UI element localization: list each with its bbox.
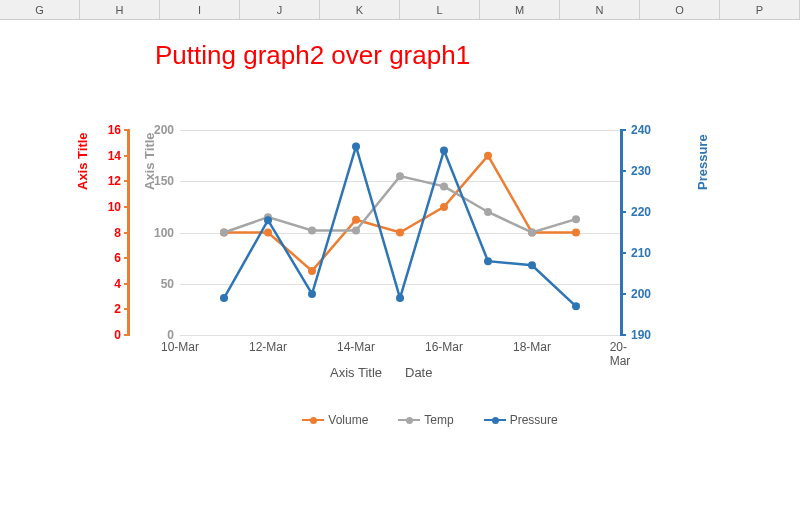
- series-marker-pressure[interactable]: [308, 290, 316, 298]
- series-marker-pressure[interactable]: [352, 142, 360, 150]
- legend-temp[interactable]: Temp: [398, 410, 453, 430]
- legend-volume[interactable]: Volume: [302, 410, 368, 430]
- y-blue-tick: 200: [631, 287, 651, 301]
- series-marker-temp[interactable]: [528, 229, 536, 237]
- y-red-tick: 6: [114, 251, 121, 265]
- column-header-row: GHIJKLMNOP: [0, 0, 800, 20]
- column-header-O[interactable]: O: [640, 0, 720, 19]
- series-marker-temp[interactable]: [352, 226, 360, 234]
- chart-object[interactable]: Axis Title Axis Title Pressure 024681012…: [50, 120, 750, 470]
- y-blue-tick: 230: [631, 164, 651, 178]
- y-red-tick: 14: [108, 149, 121, 163]
- y-red-tick: 8: [114, 226, 121, 240]
- column-header-M[interactable]: M: [480, 0, 560, 19]
- series-marker-pressure[interactable]: [220, 294, 228, 302]
- column-header-K[interactable]: K: [320, 0, 400, 19]
- series-marker-volume[interactable]: [572, 229, 580, 237]
- series-marker-volume[interactable]: [484, 152, 492, 160]
- y-red-tick: 4: [114, 277, 121, 291]
- x-axis[interactable]: 10-Mar12-Mar14-Mar16-Mar18-Mar20-Mar: [180, 340, 620, 360]
- legend[interactable]: Volume Temp Pressure: [230, 410, 630, 430]
- gridline: [180, 335, 620, 336]
- y-red-tick: 16: [108, 123, 121, 137]
- x-tick: 12-Mar: [249, 340, 287, 354]
- series-marker-temp[interactable]: [572, 215, 580, 223]
- y-axis-gray[interactable]: 050100150200: [145, 130, 180, 335]
- x-tick: 14-Mar: [337, 340, 375, 354]
- column-header-J[interactable]: J: [240, 0, 320, 19]
- chart-lines: [180, 130, 620, 335]
- plot-area[interactable]: [180, 130, 620, 335]
- series-marker-volume[interactable]: [264, 229, 272, 237]
- series-marker-pressure[interactable]: [484, 257, 492, 265]
- y-blue-tick: 190: [631, 328, 651, 342]
- series-marker-pressure[interactable]: [572, 302, 580, 310]
- sheet-area: Putting graph2 over graph1 Axis Title Ax…: [0, 20, 800, 518]
- y-red-tick: 12: [108, 174, 121, 188]
- series-marker-volume[interactable]: [440, 203, 448, 211]
- legend-temp-label: Temp: [424, 413, 453, 427]
- y-axis-red-title[interactable]: Axis Title: [75, 132, 90, 190]
- column-header-H[interactable]: H: [80, 0, 160, 19]
- series-marker-volume[interactable]: [352, 216, 360, 224]
- series-marker-pressure[interactable]: [440, 147, 448, 155]
- y-gray-tick: 50: [161, 277, 174, 291]
- column-header-I[interactable]: I: [160, 0, 240, 19]
- x-tick: 20-Mar: [610, 340, 631, 368]
- series-marker-pressure[interactable]: [264, 216, 272, 224]
- x-tick: 16-Mar: [425, 340, 463, 354]
- series-marker-volume[interactable]: [396, 229, 404, 237]
- series-line-temp[interactable]: [224, 176, 576, 232]
- y-axis-blue-title[interactable]: Pressure: [695, 134, 710, 190]
- y-red-tick: 10: [108, 200, 121, 214]
- y-blue-tick: 220: [631, 205, 651, 219]
- series-line-pressure[interactable]: [224, 146, 576, 306]
- legend-pressure[interactable]: Pressure: [484, 410, 558, 430]
- y-gray-tick: 150: [154, 174, 174, 188]
- y-gray-tick: 200: [154, 123, 174, 137]
- series-marker-pressure[interactable]: [528, 261, 536, 269]
- y-red-tick: 0: [114, 328, 121, 342]
- x-tick: 10-Mar: [161, 340, 199, 354]
- column-header-L[interactable]: L: [400, 0, 480, 19]
- y-axis-blue[interactable]: 190200210220230240: [620, 130, 670, 335]
- y-red-tick: 2: [114, 302, 121, 316]
- y-blue-tick: 210: [631, 246, 651, 260]
- y-blue-tick: 240: [631, 123, 651, 137]
- column-header-G[interactable]: G: [0, 0, 80, 19]
- series-marker-temp[interactable]: [484, 208, 492, 216]
- series-marker-pressure[interactable]: [396, 294, 404, 302]
- legend-pressure-label: Pressure: [510, 413, 558, 427]
- series-marker-temp[interactable]: [396, 172, 404, 180]
- x-axis-title-1[interactable]: Axis Title: [330, 365, 382, 380]
- y-gray-tick: 100: [154, 226, 174, 240]
- y-axis-red[interactable]: 0246810121416: [90, 130, 130, 335]
- x-tick: 18-Mar: [513, 340, 551, 354]
- series-marker-temp[interactable]: [220, 229, 228, 237]
- legend-volume-label: Volume: [328, 413, 368, 427]
- column-header-P[interactable]: P: [720, 0, 800, 19]
- series-marker-temp[interactable]: [308, 226, 316, 234]
- column-header-N[interactable]: N: [560, 0, 640, 19]
- series-marker-volume[interactable]: [308, 267, 316, 275]
- series-marker-temp[interactable]: [440, 182, 448, 190]
- chart-title: Putting graph2 over graph1: [155, 40, 470, 71]
- x-axis-title-2[interactable]: Date: [405, 365, 432, 380]
